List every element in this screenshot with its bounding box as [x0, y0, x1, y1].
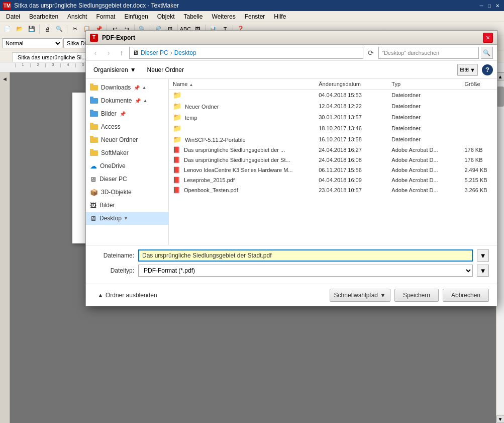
- nav-refresh-btn[interactable]: ⟳: [365, 47, 376, 58]
- col-header-name[interactable]: Name ▲: [169, 79, 315, 90]
- schnellwahlpfad-btn[interactable]: Schnellwahlpfad ▼: [330, 289, 390, 302]
- file-size-9: 3.266 KB: [460, 185, 497, 195]
- filetype-label: Dateityp:: [94, 267, 134, 274]
- dialog-help-btn[interactable]: ?: [482, 64, 493, 75]
- file-name-1: 📁 Neuer Ordner: [169, 101, 315, 112]
- table-row[interactable]: 📕 Openbook_Testen.pdf 23.04.2018 10:57 A…: [169, 185, 497, 195]
- dialog-search-btn[interactable]: 🔍: [481, 47, 493, 59]
- nav-item-neuer-ordner[interactable]: Neuer Ordner: [86, 133, 168, 146]
- schnellwahlpfad-label: Schnellwahlpfad: [334, 292, 378, 299]
- nav-item-dieser-pc[interactable]: 🖥 Dieser PC: [86, 173, 168, 186]
- sep-1: [39, 25, 40, 34]
- nav-forward-btn[interactable]: ›: [103, 47, 114, 58]
- downloads-expand-icon: ▲: [142, 85, 146, 90]
- save-btn[interactable]: 💾: [26, 24, 37, 35]
- dialog-save-btn[interactable]: Speichern: [394, 289, 439, 302]
- view-arrow: ▼: [470, 67, 475, 73]
- minimize-button[interactable]: ─: [478, 2, 485, 9]
- print-btn[interactable]: 🖨: [42, 24, 53, 35]
- sidebar-marker: ◀: [3, 76, 7, 81]
- file-name-3: 📁: [169, 123, 315, 134]
- hide-folders-btn[interactable]: ▲ Ordner ausblenden: [94, 289, 161, 302]
- nav-item-softmaker[interactable]: SoftMaker: [86, 146, 168, 159]
- app-window: TM Sitka das ursprüngliche Siedlungsgebi…: [0, 0, 504, 423]
- table-row[interactable]: 📁 temp 30.01.2018 13:57 Dateiordner: [169, 112, 497, 123]
- scroll-down-btn[interactable]: ▼: [496, 415, 505, 423]
- nav-item-desktop[interactable]: 🖥 Desktop ▼: [86, 212, 168, 225]
- table-row[interactable]: 📕 Leseprobe_2015.pdf 04.04.2018 16:09 Ad…: [169, 175, 497, 185]
- nav-back-btn[interactable]: ‹: [90, 47, 101, 58]
- dialog-close-btn[interactable]: ×: [483, 33, 493, 43]
- style-dropdown[interactable]: Normal: [2, 38, 62, 48]
- nav-item-label-bilder: Bilder: [101, 110, 117, 117]
- view-btn[interactable]: ⊞⊞ ▼: [457, 64, 478, 76]
- dialog-cancel-btn[interactable]: Abbrechen: [443, 289, 489, 302]
- table-row[interactable]: 📁 WinSCP-5.11.2-Portable 16.10.2017 13:5…: [169, 134, 497, 145]
- dialog-bottom: ▲ Ordner ausblenden Schnellwahlpfad ▼ Sp…: [86, 284, 497, 306]
- table-row[interactable]: 📕 Das ursprüngliche Siedlungsgebiet der …: [169, 155, 497, 165]
- nav-item-label-desktop: Desktop: [99, 215, 122, 222]
- file-date-3: 18.10.2017 13:46: [315, 123, 387, 134]
- menu-einfuegen[interactable]: Einfügen: [120, 12, 152, 21]
- cut-btn[interactable]: ✂: [69, 24, 80, 35]
- nav-item-downloads[interactable]: Downloads 📌 ▲: [86, 81, 168, 94]
- breadcrumb-desktop[interactable]: Desktop: [174, 49, 196, 56]
- left-sidebar: ◀: [0, 72, 10, 423]
- nav-item-onedrive[interactable]: ☁ OneDrive: [86, 159, 168, 173]
- nav-item-dokumente[interactable]: Dokumente 📌 ▲: [86, 94, 168, 107]
- table-row[interactable]: 📕 Das ursprüngliche Siedlungsgebiet der …: [169, 145, 497, 155]
- menu-fenster[interactable]: Fenster: [241, 12, 269, 21]
- scroll-thumb[interactable]: [497, 87, 504, 107]
- filename-dropdown-btn[interactable]: ▼: [477, 249, 489, 262]
- dieser-pc-icon: 🖥: [90, 176, 96, 183]
- new-folder-btn[interactable]: Neuer Ordner: [144, 64, 187, 76]
- menu-bearbeiten[interactable]: Bearbeiten: [25, 12, 62, 21]
- table-row[interactable]: 📁 18.10.2017 13:46 Dateiordner: [169, 123, 497, 134]
- nav-item-label-onedrive: OneDrive: [100, 162, 126, 170]
- nav-pane: Downloads 📌 ▲ Dokumente 📌 ▲: [86, 79, 169, 245]
- menu-weiteres[interactable]: Weiteres: [208, 12, 240, 21]
- file-name-6: 📕 Das ursprüngliche Siedlungsgebiet der …: [169, 155, 315, 165]
- dokumente-pin-icon: 📌: [135, 98, 141, 104]
- col-header-type[interactable]: Typ: [387, 79, 460, 90]
- breadcrumb-icon: 🖥: [133, 49, 139, 56]
- col-header-size[interactable]: Größe: [460, 79, 497, 90]
- close-button[interactable]: ✕: [494, 2, 501, 9]
- print-preview-btn[interactable]: 🔍: [54, 24, 65, 35]
- svg-rect-6: [90, 124, 98, 130]
- filetype-dropdown-btn[interactable]: ▼: [477, 265, 489, 277]
- filetype-select[interactable]: PDF-Format (*.pdf): [138, 265, 473, 277]
- filename-row: Dateiname: ▼: [94, 249, 489, 262]
- menu-format[interactable]: Format: [92, 12, 119, 21]
- file-name-8: 📕 Leseprobe_2015.pdf: [169, 175, 315, 185]
- col-header-date[interactable]: Änderungsdatum: [315, 79, 387, 90]
- app-icon: TM: [3, 2, 11, 10]
- new-btn[interactable]: 📄: [2, 24, 13, 35]
- folder-icon-1: 📁: [173, 102, 181, 110]
- pdf-export-dialog: T PDF-Export × ‹ › ↑ 🖥 Dieser PC › Deskt…: [85, 30, 497, 306]
- table-row[interactable]: 📁 04.04.2018 15:53 Dateiordner: [169, 90, 497, 101]
- maximize-button[interactable]: □: [486, 2, 493, 9]
- filename-input[interactable]: [138, 249, 473, 262]
- nav-item-label-softmaker: SoftMaker: [101, 149, 129, 156]
- new-folder-label: Neuer Ordner: [147, 66, 184, 73]
- menu-tabelle[interactable]: Tabelle: [180, 12, 207, 21]
- menu-datei[interactable]: Datei: [2, 12, 24, 21]
- table-row[interactable]: 📕 Lenovo IdeaCentre K3 Series Hardware M…: [169, 165, 497, 175]
- nav-item-access[interactable]: Access: [86, 120, 168, 133]
- menu-hilfe[interactable]: Hilfe: [270, 12, 290, 21]
- menu-objekt[interactable]: Objekt: [153, 12, 179, 21]
- open-btn[interactable]: 📂: [14, 24, 25, 35]
- document-tab[interactable]: Sitka das ursprüngliche Si... ×: [12, 52, 97, 62]
- svg-rect-11: [90, 149, 93, 151]
- file-date-0: 04.04.2018 15:53: [315, 90, 387, 101]
- nav-item-3d-objekte[interactable]: 📦 3D-Objekte: [86, 186, 168, 199]
- menu-ansicht[interactable]: Ansicht: [63, 12, 91, 21]
- breadcrumb-this-pc[interactable]: Dieser PC: [141, 49, 168, 56]
- organize-btn[interactable]: Organisieren ▼: [90, 64, 140, 76]
- nav-up-btn[interactable]: ↑: [116, 47, 127, 58]
- nav-item-bilder[interactable]: Bilder 📌: [86, 107, 168, 120]
- dialog-search-input[interactable]: [378, 47, 479, 59]
- table-row[interactable]: 📁 Neuer Ordner 12.04.2018 12:22 Dateiord…: [169, 101, 497, 112]
- nav-item-bilder2[interactable]: 🖼 Bilder: [86, 199, 168, 212]
